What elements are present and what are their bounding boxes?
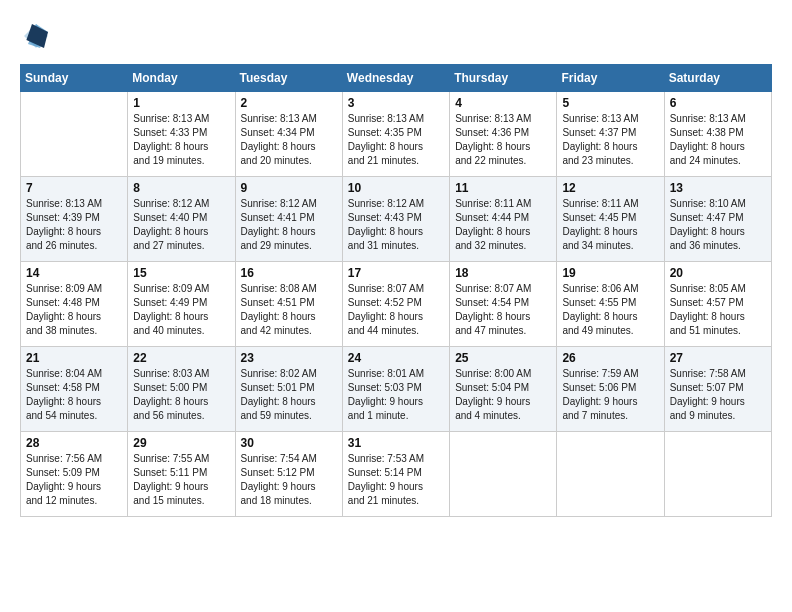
day-info: Sunrise: 8:09 AM Sunset: 4:49 PM Dayligh… — [133, 282, 229, 338]
day-number: 5 — [562, 96, 658, 110]
calendar-cell: 25Sunrise: 8:00 AM Sunset: 5:04 PM Dayli… — [450, 347, 557, 432]
calendar-cell: 24Sunrise: 8:01 AM Sunset: 5:03 PM Dayli… — [342, 347, 449, 432]
week-row-2: 7Sunrise: 8:13 AM Sunset: 4:39 PM Daylig… — [21, 177, 772, 262]
day-number: 23 — [241, 351, 337, 365]
day-info: Sunrise: 8:06 AM Sunset: 4:55 PM Dayligh… — [562, 282, 658, 338]
calendar-cell: 18Sunrise: 8:07 AM Sunset: 4:54 PM Dayli… — [450, 262, 557, 347]
day-info: Sunrise: 8:07 AM Sunset: 4:52 PM Dayligh… — [348, 282, 444, 338]
day-info: Sunrise: 8:12 AM Sunset: 4:41 PM Dayligh… — [241, 197, 337, 253]
header — [20, 20, 772, 52]
day-info: Sunrise: 7:56 AM Sunset: 5:09 PM Dayligh… — [26, 452, 122, 508]
day-info: Sunrise: 8:09 AM Sunset: 4:48 PM Dayligh… — [26, 282, 122, 338]
day-info: Sunrise: 8:03 AM Sunset: 5:00 PM Dayligh… — [133, 367, 229, 423]
day-number: 10 — [348, 181, 444, 195]
week-row-1: 1Sunrise: 8:13 AM Sunset: 4:33 PM Daylig… — [21, 92, 772, 177]
day-number: 18 — [455, 266, 551, 280]
day-number: 12 — [562, 181, 658, 195]
day-info: Sunrise: 8:13 AM Sunset: 4:34 PM Dayligh… — [241, 112, 337, 168]
day-number: 30 — [241, 436, 337, 450]
day-number: 28 — [26, 436, 122, 450]
calendar-cell: 31Sunrise: 7:53 AM Sunset: 5:14 PM Dayli… — [342, 432, 449, 517]
day-number: 6 — [670, 96, 766, 110]
day-info: Sunrise: 7:55 AM Sunset: 5:11 PM Dayligh… — [133, 452, 229, 508]
day-info: Sunrise: 8:12 AM Sunset: 4:43 PM Dayligh… — [348, 197, 444, 253]
calendar-cell — [557, 432, 664, 517]
calendar-cell: 22Sunrise: 8:03 AM Sunset: 5:00 PM Dayli… — [128, 347, 235, 432]
page: SundayMondayTuesdayWednesdayThursdayFrid… — [0, 0, 792, 612]
day-number: 20 — [670, 266, 766, 280]
calendar-cell: 17Sunrise: 8:07 AM Sunset: 4:52 PM Dayli… — [342, 262, 449, 347]
calendar-cell: 11Sunrise: 8:11 AM Sunset: 4:44 PM Dayli… — [450, 177, 557, 262]
calendar-cell: 28Sunrise: 7:56 AM Sunset: 5:09 PM Dayli… — [21, 432, 128, 517]
calendar-cell: 19Sunrise: 8:06 AM Sunset: 4:55 PM Dayli… — [557, 262, 664, 347]
weekday-header-monday: Monday — [128, 65, 235, 92]
calendar-cell: 27Sunrise: 7:58 AM Sunset: 5:07 PM Dayli… — [664, 347, 771, 432]
day-number: 8 — [133, 181, 229, 195]
weekday-header-sunday: Sunday — [21, 65, 128, 92]
day-number: 19 — [562, 266, 658, 280]
week-row-4: 21Sunrise: 8:04 AM Sunset: 4:58 PM Dayli… — [21, 347, 772, 432]
day-number: 31 — [348, 436, 444, 450]
calendar-cell: 13Sunrise: 8:10 AM Sunset: 4:47 PM Dayli… — [664, 177, 771, 262]
day-number: 16 — [241, 266, 337, 280]
day-info: Sunrise: 8:13 AM Sunset: 4:36 PM Dayligh… — [455, 112, 551, 168]
day-number: 3 — [348, 96, 444, 110]
calendar-cell: 29Sunrise: 7:55 AM Sunset: 5:11 PM Dayli… — [128, 432, 235, 517]
day-number: 4 — [455, 96, 551, 110]
calendar-cell: 15Sunrise: 8:09 AM Sunset: 4:49 PM Dayli… — [128, 262, 235, 347]
day-number: 22 — [133, 351, 229, 365]
logo — [20, 20, 56, 52]
calendar-cell — [664, 432, 771, 517]
weekday-header-tuesday: Tuesday — [235, 65, 342, 92]
day-info: Sunrise: 7:54 AM Sunset: 5:12 PM Dayligh… — [241, 452, 337, 508]
day-number: 26 — [562, 351, 658, 365]
weekday-header-wednesday: Wednesday — [342, 65, 449, 92]
weekday-header-friday: Friday — [557, 65, 664, 92]
day-number: 11 — [455, 181, 551, 195]
week-row-5: 28Sunrise: 7:56 AM Sunset: 5:09 PM Dayli… — [21, 432, 772, 517]
weekday-header-row: SundayMondayTuesdayWednesdayThursdayFrid… — [21, 65, 772, 92]
day-info: Sunrise: 8:13 AM Sunset: 4:39 PM Dayligh… — [26, 197, 122, 253]
calendar-cell — [21, 92, 128, 177]
day-info: Sunrise: 8:04 AM Sunset: 4:58 PM Dayligh… — [26, 367, 122, 423]
day-info: Sunrise: 7:59 AM Sunset: 5:06 PM Dayligh… — [562, 367, 658, 423]
calendar-cell: 12Sunrise: 8:11 AM Sunset: 4:45 PM Dayli… — [557, 177, 664, 262]
calendar: SundayMondayTuesdayWednesdayThursdayFrid… — [20, 64, 772, 517]
week-row-3: 14Sunrise: 8:09 AM Sunset: 4:48 PM Dayli… — [21, 262, 772, 347]
calendar-cell: 16Sunrise: 8:08 AM Sunset: 4:51 PM Dayli… — [235, 262, 342, 347]
day-info: Sunrise: 8:11 AM Sunset: 4:44 PM Dayligh… — [455, 197, 551, 253]
day-number: 9 — [241, 181, 337, 195]
day-info: Sunrise: 8:10 AM Sunset: 4:47 PM Dayligh… — [670, 197, 766, 253]
calendar-cell: 6Sunrise: 8:13 AM Sunset: 4:38 PM Daylig… — [664, 92, 771, 177]
day-number: 7 — [26, 181, 122, 195]
logo-icon — [20, 20, 52, 52]
day-info: Sunrise: 8:13 AM Sunset: 4:38 PM Dayligh… — [670, 112, 766, 168]
day-info: Sunrise: 8:13 AM Sunset: 4:35 PM Dayligh… — [348, 112, 444, 168]
day-number: 1 — [133, 96, 229, 110]
calendar-cell: 8Sunrise: 8:12 AM Sunset: 4:40 PM Daylig… — [128, 177, 235, 262]
day-info: Sunrise: 7:58 AM Sunset: 5:07 PM Dayligh… — [670, 367, 766, 423]
calendar-cell: 23Sunrise: 8:02 AM Sunset: 5:01 PM Dayli… — [235, 347, 342, 432]
calendar-cell: 26Sunrise: 7:59 AM Sunset: 5:06 PM Dayli… — [557, 347, 664, 432]
calendar-cell: 3Sunrise: 8:13 AM Sunset: 4:35 PM Daylig… — [342, 92, 449, 177]
calendar-cell: 1Sunrise: 8:13 AM Sunset: 4:33 PM Daylig… — [128, 92, 235, 177]
day-info: Sunrise: 8:12 AM Sunset: 4:40 PM Dayligh… — [133, 197, 229, 253]
calendar-cell: 14Sunrise: 8:09 AM Sunset: 4:48 PM Dayli… — [21, 262, 128, 347]
day-info: Sunrise: 7:53 AM Sunset: 5:14 PM Dayligh… — [348, 452, 444, 508]
day-number: 17 — [348, 266, 444, 280]
day-info: Sunrise: 8:01 AM Sunset: 5:03 PM Dayligh… — [348, 367, 444, 423]
day-info: Sunrise: 8:02 AM Sunset: 5:01 PM Dayligh… — [241, 367, 337, 423]
day-number: 29 — [133, 436, 229, 450]
day-number: 13 — [670, 181, 766, 195]
calendar-cell: 4Sunrise: 8:13 AM Sunset: 4:36 PM Daylig… — [450, 92, 557, 177]
weekday-header-saturday: Saturday — [664, 65, 771, 92]
day-number: 25 — [455, 351, 551, 365]
day-info: Sunrise: 8:11 AM Sunset: 4:45 PM Dayligh… — [562, 197, 658, 253]
calendar-cell: 30Sunrise: 7:54 AM Sunset: 5:12 PM Dayli… — [235, 432, 342, 517]
calendar-cell — [450, 432, 557, 517]
day-info: Sunrise: 8:00 AM Sunset: 5:04 PM Dayligh… — [455, 367, 551, 423]
calendar-cell: 10Sunrise: 8:12 AM Sunset: 4:43 PM Dayli… — [342, 177, 449, 262]
calendar-cell: 20Sunrise: 8:05 AM Sunset: 4:57 PM Dayli… — [664, 262, 771, 347]
weekday-header-thursday: Thursday — [450, 65, 557, 92]
day-number: 27 — [670, 351, 766, 365]
